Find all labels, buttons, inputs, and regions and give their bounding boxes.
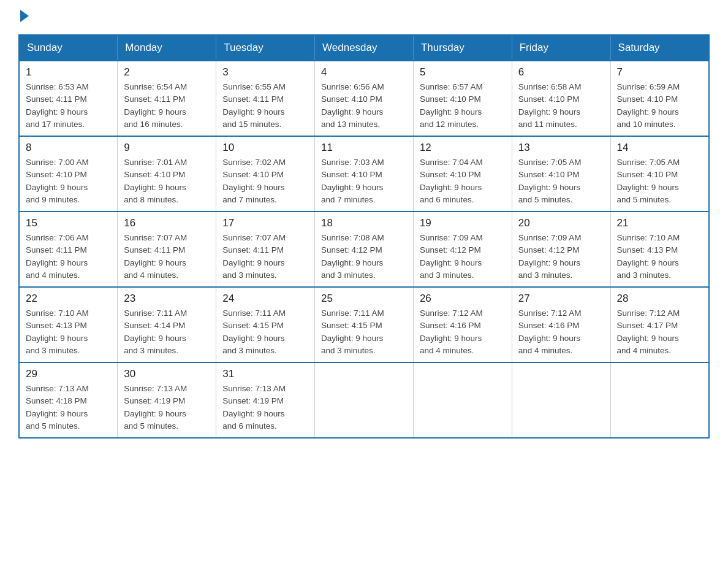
calendar-cell bbox=[315, 362, 414, 438]
day-info: Sunrise: 6:56 AMSunset: 4:10 PMDaylight:… bbox=[321, 81, 407, 131]
day-info: Sunrise: 7:10 AMSunset: 4:13 PMDaylight:… bbox=[26, 307, 111, 357]
day-number: 31 bbox=[222, 368, 308, 380]
calendar-cell: 15Sunrise: 7:06 AMSunset: 4:11 PMDayligh… bbox=[19, 212, 118, 287]
weekday-header-saturday: Saturday bbox=[610, 35, 709, 61]
calendar-cell: 18Sunrise: 7:08 AMSunset: 4:12 PMDayligh… bbox=[315, 212, 414, 287]
calendar-cell: 6Sunrise: 6:58 AMSunset: 4:10 PMDaylight… bbox=[512, 61, 610, 136]
day-number: 20 bbox=[518, 217, 604, 229]
day-info: Sunrise: 7:12 AMSunset: 4:16 PMDaylight:… bbox=[518, 307, 604, 357]
calendar-cell: 16Sunrise: 7:07 AMSunset: 4:11 PMDayligh… bbox=[118, 212, 216, 287]
calendar-cell: 8Sunrise: 7:00 AMSunset: 4:10 PMDaylight… bbox=[19, 136, 118, 212]
day-info: Sunrise: 6:53 AMSunset: 4:11 PMDaylight:… bbox=[26, 81, 111, 131]
day-info: Sunrise: 7:05 AMSunset: 4:10 PMDaylight:… bbox=[518, 156, 604, 206]
day-info: Sunrise: 7:01 AMSunset: 4:10 PMDaylight:… bbox=[124, 156, 210, 206]
calendar-cell: 10Sunrise: 7:02 AMSunset: 4:10 PMDayligh… bbox=[216, 136, 315, 212]
calendar-cell: 2Sunrise: 6:54 AMSunset: 4:11 PMDaylight… bbox=[118, 61, 216, 136]
day-number: 23 bbox=[124, 293, 210, 305]
day-number: 21 bbox=[617, 217, 702, 229]
calendar-cell: 24Sunrise: 7:11 AMSunset: 4:15 PMDayligh… bbox=[216, 287, 315, 362]
day-number: 12 bbox=[420, 142, 506, 154]
day-number: 15 bbox=[26, 217, 111, 229]
calendar-cell: 30Sunrise: 7:13 AMSunset: 4:19 PMDayligh… bbox=[118, 362, 216, 438]
calendar-cell bbox=[610, 362, 709, 438]
calendar-cell: 5Sunrise: 6:57 AMSunset: 4:10 PMDaylight… bbox=[413, 61, 512, 136]
calendar-cell: 20Sunrise: 7:09 AMSunset: 4:12 PMDayligh… bbox=[512, 212, 610, 287]
calendar-cell: 13Sunrise: 7:05 AMSunset: 4:10 PMDayligh… bbox=[512, 136, 610, 212]
day-info: Sunrise: 7:02 AMSunset: 4:10 PMDaylight:… bbox=[222, 156, 308, 206]
calendar-cell: 17Sunrise: 7:07 AMSunset: 4:11 PMDayligh… bbox=[216, 212, 315, 287]
day-info: Sunrise: 7:06 AMSunset: 4:11 PMDaylight:… bbox=[26, 232, 111, 282]
day-info: Sunrise: 7:07 AMSunset: 4:11 PMDaylight:… bbox=[124, 232, 210, 282]
calendar-cell: 11Sunrise: 7:03 AMSunset: 4:10 PMDayligh… bbox=[315, 136, 414, 212]
calendar-week-5: 29Sunrise: 7:13 AMSunset: 4:18 PMDayligh… bbox=[19, 362, 709, 438]
calendar-cell: 31Sunrise: 7:13 AMSunset: 4:19 PMDayligh… bbox=[216, 362, 315, 438]
day-info: Sunrise: 7:12 AMSunset: 4:16 PMDaylight:… bbox=[420, 307, 506, 357]
day-info: Sunrise: 7:05 AMSunset: 4:10 PMDaylight:… bbox=[617, 156, 702, 206]
calendar-cell: 22Sunrise: 7:10 AMSunset: 4:13 PMDayligh… bbox=[19, 287, 118, 362]
day-number: 2 bbox=[124, 66, 210, 79]
calendar-header: SundayMondayTuesdayWednesdayThursdayFrid… bbox=[19, 35, 709, 61]
day-info: Sunrise: 7:04 AMSunset: 4:10 PMDaylight:… bbox=[420, 156, 506, 206]
calendar-week-1: 1Sunrise: 6:53 AMSunset: 4:11 PMDaylight… bbox=[19, 61, 709, 136]
calendar-week-3: 15Sunrise: 7:06 AMSunset: 4:11 PMDayligh… bbox=[19, 212, 709, 287]
calendar-cell bbox=[512, 362, 610, 438]
day-info: Sunrise: 7:11 AMSunset: 4:14 PMDaylight:… bbox=[124, 307, 210, 357]
calendar-cell: 23Sunrise: 7:11 AMSunset: 4:14 PMDayligh… bbox=[118, 287, 216, 362]
day-number: 26 bbox=[420, 293, 506, 305]
day-number: 22 bbox=[26, 293, 111, 305]
day-info: Sunrise: 7:13 AMSunset: 4:18 PMDaylight:… bbox=[26, 383, 111, 432]
weekday-header-thursday: Thursday bbox=[413, 35, 512, 61]
day-info: Sunrise: 6:58 AMSunset: 4:10 PMDaylight:… bbox=[518, 81, 604, 131]
weekday-header-wednesday: Wednesday bbox=[315, 35, 414, 61]
calendar-cell: 9Sunrise: 7:01 AMSunset: 4:10 PMDaylight… bbox=[118, 136, 216, 212]
calendar-cell: 28Sunrise: 7:12 AMSunset: 4:17 PMDayligh… bbox=[610, 287, 709, 362]
day-number: 9 bbox=[124, 142, 210, 154]
day-number: 18 bbox=[321, 217, 407, 229]
day-number: 1 bbox=[26, 66, 111, 79]
day-number: 10 bbox=[222, 142, 308, 154]
calendar-cell: 1Sunrise: 6:53 AMSunset: 4:11 PMDaylight… bbox=[19, 61, 118, 136]
day-number: 16 bbox=[124, 217, 210, 229]
day-info: Sunrise: 7:11 AMSunset: 4:15 PMDaylight:… bbox=[222, 307, 308, 357]
calendar-body: 1Sunrise: 6:53 AMSunset: 4:11 PMDaylight… bbox=[19, 61, 709, 438]
day-number: 25 bbox=[321, 293, 407, 305]
day-info: Sunrise: 7:09 AMSunset: 4:12 PMDaylight:… bbox=[518, 232, 604, 282]
weekday-header-monday: Monday bbox=[118, 35, 216, 61]
calendar-cell: 12Sunrise: 7:04 AMSunset: 4:10 PMDayligh… bbox=[413, 136, 512, 212]
day-info: Sunrise: 7:13 AMSunset: 4:19 PMDaylight:… bbox=[124, 383, 210, 432]
calendar-table: SundayMondayTuesdayWednesdayThursdayFrid… bbox=[18, 34, 710, 439]
day-number: 11 bbox=[321, 142, 407, 154]
day-info: Sunrise: 6:55 AMSunset: 4:11 PMDaylight:… bbox=[222, 81, 308, 131]
calendar-cell bbox=[413, 362, 512, 438]
day-info: Sunrise: 7:00 AMSunset: 4:10 PMDaylight:… bbox=[26, 156, 111, 206]
day-number: 29 bbox=[26, 368, 111, 380]
day-info: Sunrise: 7:11 AMSunset: 4:15 PMDaylight:… bbox=[321, 307, 407, 357]
day-info: Sunrise: 7:13 AMSunset: 4:19 PMDaylight:… bbox=[222, 383, 308, 432]
calendar-cell: 21Sunrise: 7:10 AMSunset: 4:13 PMDayligh… bbox=[610, 212, 709, 287]
calendar-cell: 3Sunrise: 6:55 AMSunset: 4:11 PMDaylight… bbox=[216, 61, 315, 136]
day-number: 13 bbox=[518, 142, 604, 154]
logo-arrow-icon bbox=[20, 10, 29, 22]
day-number: 17 bbox=[222, 217, 308, 229]
day-number: 27 bbox=[518, 293, 604, 305]
day-number: 19 bbox=[420, 217, 506, 229]
calendar-cell: 26Sunrise: 7:12 AMSunset: 4:16 PMDayligh… bbox=[413, 287, 512, 362]
weekday-header-friday: Friday bbox=[512, 35, 610, 61]
calendar-cell: 4Sunrise: 6:56 AMSunset: 4:10 PMDaylight… bbox=[315, 61, 414, 136]
day-number: 8 bbox=[26, 142, 111, 154]
calendar-cell: 29Sunrise: 7:13 AMSunset: 4:18 PMDayligh… bbox=[19, 362, 118, 438]
calendar-week-2: 8Sunrise: 7:00 AMSunset: 4:10 PMDaylight… bbox=[19, 136, 709, 212]
day-number: 5 bbox=[420, 66, 506, 79]
day-info: Sunrise: 7:08 AMSunset: 4:12 PMDaylight:… bbox=[321, 232, 407, 282]
calendar-cell: 19Sunrise: 7:09 AMSunset: 4:12 PMDayligh… bbox=[413, 212, 512, 287]
day-info: Sunrise: 7:03 AMSunset: 4:10 PMDaylight:… bbox=[321, 156, 407, 206]
day-number: 6 bbox=[518, 66, 604, 79]
day-number: 28 bbox=[617, 293, 702, 305]
weekday-header-sunday: Sunday bbox=[19, 35, 118, 61]
day-info: Sunrise: 6:59 AMSunset: 4:10 PMDaylight:… bbox=[617, 81, 702, 131]
day-info: Sunrise: 7:10 AMSunset: 4:13 PMDaylight:… bbox=[617, 232, 702, 282]
day-info: Sunrise: 7:09 AMSunset: 4:12 PMDaylight:… bbox=[420, 232, 506, 282]
page-header bbox=[18, 12, 710, 22]
day-number: 4 bbox=[321, 66, 407, 79]
day-info: Sunrise: 7:07 AMSunset: 4:11 PMDaylight:… bbox=[222, 232, 308, 282]
